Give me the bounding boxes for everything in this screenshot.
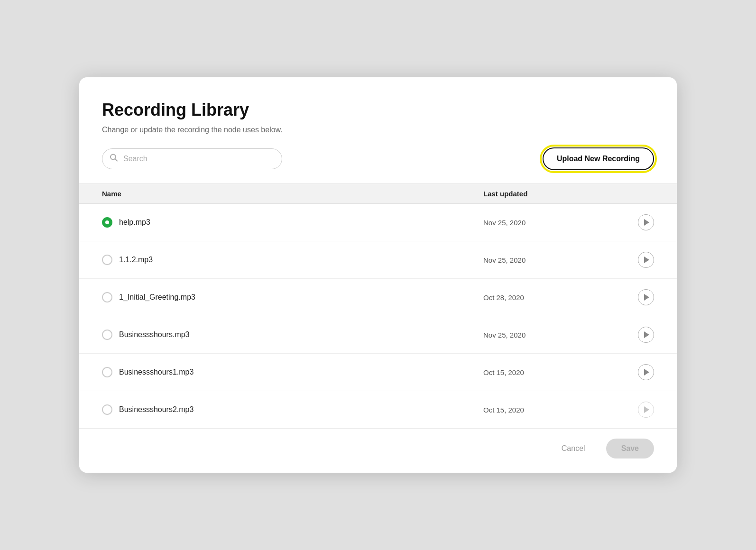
row-actions bbox=[616, 214, 654, 230]
play-button[interactable] bbox=[638, 252, 654, 268]
row-actions bbox=[616, 402, 654, 418]
row-date: Oct 28, 2020 bbox=[483, 293, 616, 302]
radio-button[interactable] bbox=[102, 367, 112, 377]
recording-table: Name Last updated help.mp3Nov 25, 20201.… bbox=[79, 183, 677, 429]
row-actions bbox=[616, 289, 654, 305]
modal-toolbar: Upload New Recording bbox=[79, 147, 677, 183]
play-button[interactable] bbox=[638, 364, 654, 380]
search-wrapper bbox=[102, 148, 282, 169]
play-icon bbox=[644, 406, 649, 413]
row-name-cell: Businessshours.mp3 bbox=[102, 330, 483, 340]
row-name-cell: 1_Initial_Greeting.mp3 bbox=[102, 292, 483, 302]
play-icon bbox=[644, 369, 649, 376]
play-button[interactable] bbox=[638, 289, 654, 305]
column-header-actions bbox=[616, 190, 654, 198]
play-icon bbox=[644, 331, 649, 338]
row-filename: 1_Initial_Greeting.mp3 bbox=[119, 293, 195, 302]
table-row[interactable]: 1.1.2.mp3Nov 25, 2020 bbox=[79, 241, 677, 279]
row-filename: Businessshours1.mp3 bbox=[119, 368, 194, 376]
row-name-cell: Businessshours2.mp3 bbox=[102, 404, 483, 415]
column-header-last-updated: Last updated bbox=[483, 190, 616, 198]
radio-button[interactable] bbox=[102, 404, 112, 415]
row-actions bbox=[616, 252, 654, 268]
table-row[interactable]: help.mp3Nov 25, 2020 bbox=[79, 204, 677, 241]
row-name-cell: Businessshours1.mp3 bbox=[102, 367, 483, 377]
table-row[interactable]: Businessshours2.mp3Oct 15, 2020 bbox=[79, 391, 677, 429]
radio-button[interactable] bbox=[102, 217, 112, 228]
table-header: Name Last updated bbox=[79, 183, 677, 204]
row-filename: Businessshours2.mp3 bbox=[119, 405, 194, 414]
play-icon bbox=[644, 257, 649, 263]
row-date: Nov 25, 2020 bbox=[483, 331, 616, 339]
row-name-cell: 1.1.2.mp3 bbox=[102, 255, 483, 265]
upload-new-recording-button[interactable]: Upload New Recording bbox=[543, 147, 654, 170]
modal-header: Recording Library Change or update the r… bbox=[79, 77, 677, 147]
row-date: Oct 15, 2020 bbox=[483, 368, 616, 376]
recording-library-modal: Recording Library Change or update the r… bbox=[79, 77, 677, 473]
table-row[interactable]: Businessshours1.mp3Oct 15, 2020 bbox=[79, 354, 677, 391]
play-icon bbox=[644, 219, 649, 226]
row-date: Nov 25, 2020 bbox=[483, 256, 616, 264]
column-header-name: Name bbox=[102, 190, 483, 198]
row-date: Oct 15, 2020 bbox=[483, 406, 616, 414]
row-actions bbox=[616, 364, 654, 380]
row-actions bbox=[616, 327, 654, 343]
table-row[interactable]: 1_Initial_Greeting.mp3Oct 28, 2020 bbox=[79, 279, 677, 316]
play-button[interactable] bbox=[638, 327, 654, 343]
cancel-button[interactable]: Cancel bbox=[548, 439, 599, 458]
row-filename: Businessshours.mp3 bbox=[119, 330, 190, 339]
play-button[interactable] bbox=[638, 402, 654, 418]
modal-footer: Cancel Save bbox=[79, 429, 677, 473]
table-body: help.mp3Nov 25, 20201.1.2.mp3Nov 25, 202… bbox=[79, 204, 677, 429]
modal-subtitle: Change or update the recording the node … bbox=[102, 126, 654, 134]
radio-button[interactable] bbox=[102, 292, 112, 302]
play-icon bbox=[644, 294, 649, 301]
save-button[interactable]: Save bbox=[606, 439, 654, 458]
row-filename: help.mp3 bbox=[119, 218, 150, 227]
table-row[interactable]: Businessshours.mp3Nov 25, 2020 bbox=[79, 316, 677, 354]
radio-button[interactable] bbox=[102, 330, 112, 340]
row-name-cell: help.mp3 bbox=[102, 217, 483, 228]
search-input[interactable] bbox=[102, 148, 282, 169]
play-button[interactable] bbox=[638, 214, 654, 230]
row-date: Nov 25, 2020 bbox=[483, 219, 616, 227]
radio-button[interactable] bbox=[102, 255, 112, 265]
modal-title: Recording Library bbox=[102, 100, 654, 120]
row-filename: 1.1.2.mp3 bbox=[119, 256, 153, 264]
